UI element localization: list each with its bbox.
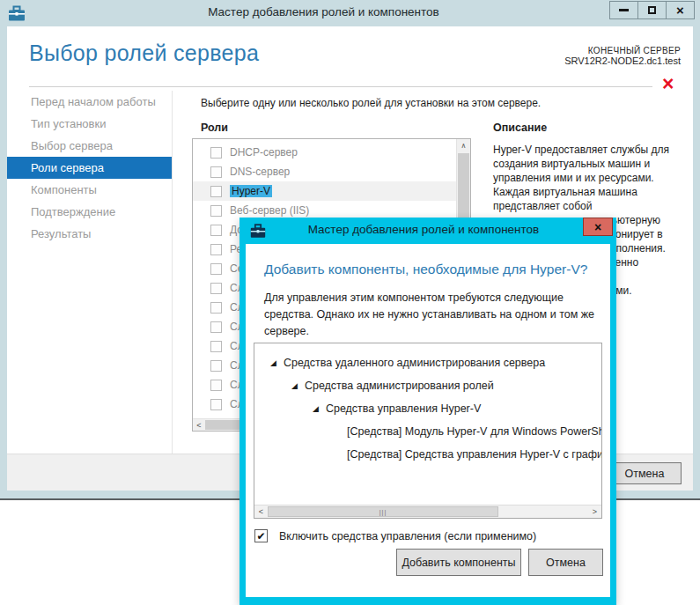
sidebar-item[interactable]: Роли сервера bbox=[7, 157, 172, 179]
role-checkbox[interactable] bbox=[210, 147, 222, 159]
maximize-button[interactable] bbox=[637, 1, 667, 19]
include-tools-label: Включить средства управления (если приме… bbox=[279, 530, 536, 542]
wizard-cancel-button[interactable]: Отмена bbox=[608, 462, 682, 484]
instruction-text: Выберите одну или несколько ролей для ус… bbox=[201, 97, 541, 109]
tree-expanded-icon[interactable]: ◢ bbox=[270, 359, 276, 367]
screen: Мастер добавления ролей и компонентов × … bbox=[0, 0, 700, 605]
features-treebox: ◢Средства удаленного администрирования с… bbox=[254, 343, 602, 519]
role-row[interactable]: DHCP-сервер bbox=[193, 143, 456, 162]
tree-row[interactable]: [Средства] Средства управления Hyper-V с… bbox=[254, 443, 601, 466]
target-server-block: КОНЕЧНЫЙ СЕРВЕР SRV12R2-NODE2.dc1.test bbox=[564, 46, 681, 66]
dialog-titlebar: Мастер добавления ролей и компонентов × bbox=[239, 218, 616, 244]
add-features-dialog: Мастер добавления ролей и компонентов × … bbox=[239, 218, 616, 605]
check-icon: ✔ bbox=[256, 531, 265, 542]
role-label: Hyper-V bbox=[230, 185, 272, 197]
role-label: DHCP-сервер bbox=[230, 146, 298, 159]
page-title: Выбор ролей сервера bbox=[29, 41, 259, 66]
sidebar-item[interactable]: Выбор сервера bbox=[7, 135, 172, 157]
maximize-icon bbox=[648, 6, 656, 14]
tree-row[interactable]: ◢Средства удаленного администрирования с… bbox=[254, 351, 601, 374]
minimize-button[interactable] bbox=[609, 1, 638, 19]
wizard-briefcase-icon bbox=[7, 4, 26, 23]
tree-row[interactable]: ◢Средства управления Hyper-V bbox=[254, 397, 601, 420]
tree-row[interactable]: ◢Средства администрирования ролей bbox=[254, 374, 601, 397]
dialog-heading: Добавить компоненты, необходимые для Hyp… bbox=[264, 262, 587, 277]
window-titlebar: Мастер добавления ролей и компонентов × bbox=[0, 0, 700, 26]
wizard-briefcase-icon bbox=[249, 222, 267, 240]
sidebar-item[interactable]: Тип установки bbox=[7, 113, 172, 135]
close-button[interactable]: × bbox=[666, 1, 695, 19]
window-controls: × bbox=[610, 1, 695, 19]
role-label: Веб-сервер (IIS) bbox=[230, 204, 309, 217]
scroll-right-icon[interactable]: > bbox=[588, 505, 601, 518]
dialog-body-text: Для управления этим компонентом требуютс… bbox=[264, 290, 602, 339]
scroll-up-icon[interactable]: ∧ bbox=[457, 139, 470, 152]
wizard-steps-nav: Перед началом работыТип установкиВыбор с… bbox=[7, 91, 172, 245]
role-checkbox[interactable] bbox=[210, 321, 222, 333]
role-checkbox[interactable] bbox=[210, 244, 222, 255]
sidebar-item[interactable]: Компоненты bbox=[7, 179, 172, 201]
include-tools-row: ✔ Включить средства управления (если при… bbox=[254, 529, 536, 542]
role-checkbox[interactable] bbox=[210, 186, 222, 197]
role-checkbox[interactable] bbox=[210, 166, 222, 178]
tree-horizontal-scrollbar[interactable]: < ||| > bbox=[254, 505, 601, 518]
tree-item-label: Средства администрирования ролей bbox=[305, 380, 494, 392]
scroll-left-icon[interactable]: < bbox=[254, 505, 268, 518]
tree-expanded-icon[interactable]: ◢ bbox=[313, 405, 319, 413]
role-checkbox[interactable] bbox=[210, 205, 222, 217]
dialog-close-button[interactable]: × bbox=[583, 218, 613, 236]
target-server-name: SRV12R2-NODE2.dc1.test bbox=[564, 55, 681, 66]
tree-item-label: Средства управления Hyper-V bbox=[326, 402, 481, 415]
role-label: DNS-сервер bbox=[230, 166, 290, 178]
dialog-content: Добавить компоненты, необходимые для Hyp… bbox=[246, 244, 610, 597]
role-checkbox[interactable] bbox=[210, 341, 222, 352]
roles-list-label: Роли bbox=[201, 122, 228, 134]
tree-expanded-icon[interactable]: ◢ bbox=[291, 382, 298, 390]
dialog-cancel-button[interactable]: Отмена bbox=[528, 549, 603, 576]
sidebar-item[interactable]: Перед началом работы bbox=[7, 91, 172, 113]
tree-item-label: [Средства] Модуль Hyper-V для Windows Po… bbox=[347, 425, 601, 438]
role-checkbox[interactable] bbox=[210, 263, 222, 275]
tree-row[interactable]: [Средства] Модуль Hyper-V для Windows Po… bbox=[254, 420, 601, 443]
close-icon: × bbox=[676, 4, 684, 17]
tree-item-label: [Средства] Средства управления Hyper-V с… bbox=[347, 448, 601, 461]
minimize-icon bbox=[619, 9, 629, 11]
horizontal-scroll-thumb[interactable]: ||| bbox=[268, 506, 498, 517]
sidebar-item[interactable]: Подтверждение bbox=[7, 201, 172, 223]
sidebar-item[interactable]: Результаты bbox=[7, 223, 172, 245]
close-icon: × bbox=[594, 220, 601, 234]
include-tools-checkbox[interactable]: ✔ bbox=[254, 529, 268, 542]
role-checkbox[interactable] bbox=[210, 380, 222, 391]
window-title: Мастер добавления ролей и компонентов bbox=[53, 5, 594, 18]
grip-icon: ||| bbox=[379, 509, 387, 515]
target-server-label: КОНЕЧНЫЙ СЕРВЕР bbox=[564, 46, 681, 55]
tree-item-label: Средства удаленного администрирования се… bbox=[284, 357, 545, 369]
features-tree: ◢Средства удаленного администрирования с… bbox=[254, 343, 601, 466]
role-checkbox[interactable] bbox=[210, 302, 222, 314]
dialog-title: Мастер добавления ролей и компонентов bbox=[275, 223, 572, 236]
role-checkbox[interactable] bbox=[210, 360, 222, 372]
role-checkbox[interactable] bbox=[210, 399, 222, 410]
role-checkbox[interactable] bbox=[210, 225, 222, 236]
scroll-left-icon[interactable]: < bbox=[193, 419, 205, 431]
role-row[interactable]: Hyper-V bbox=[193, 181, 456, 201]
error-x-icon: × bbox=[662, 74, 674, 94]
sidebar-divider bbox=[172, 91, 173, 454]
add-features-button[interactable]: Добавить компоненты bbox=[396, 549, 521, 576]
role-row[interactable]: DNS-сервер bbox=[193, 162, 456, 181]
description-title: Описание bbox=[493, 122, 547, 134]
header-divider bbox=[29, 86, 652, 87]
role-checkbox[interactable] bbox=[210, 283, 222, 294]
